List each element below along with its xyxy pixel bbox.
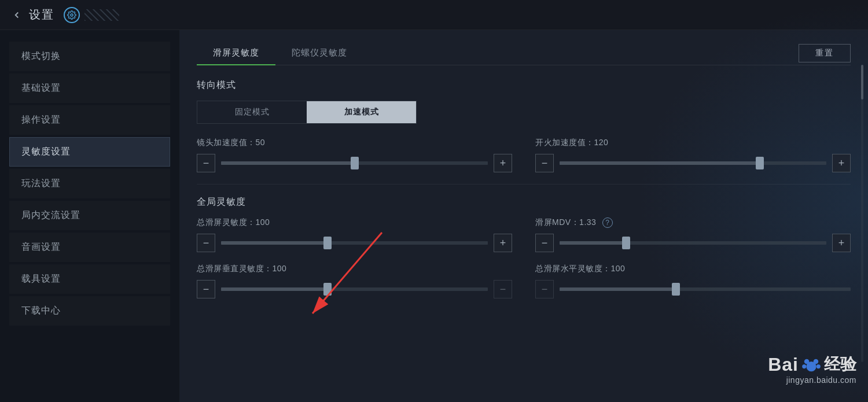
- lens-accel-thumb[interactable]: [351, 157, 359, 169]
- mode-option-accel[interactable]: 加速模式: [307, 101, 416, 123]
- sidebar-item-sensitivity-settings[interactable]: 灵敏度设置: [9, 137, 170, 167]
- section-divider-1: [197, 184, 851, 185]
- turn-mode-title: 转向模式: [197, 79, 851, 91]
- sidebar-item-mode-switch[interactable]: 模式切换: [9, 42, 170, 71]
- sidebar: 模式切换 基础设置 操作设置 灵敏度设置 玩法设置 局内交流设置 音画设置 载具…: [0, 30, 179, 402]
- svg-point-7: [816, 364, 821, 368]
- lens-accel-slider-row: − +: [197, 154, 512, 172]
- tab-gyro-sensitivity[interactable]: 陀螺仪灵敏度: [275, 42, 363, 65]
- watermark-url: jingyan.baidu.com: [786, 375, 856, 385]
- watermark-baidu-text: Bai: [768, 354, 799, 375]
- scrollbar-thumb[interactable]: [861, 65, 863, 99]
- lens-accel-plus[interactable]: +: [494, 154, 512, 172]
- total-slide-plus[interactable]: +: [494, 234, 512, 252]
- total-slide-group: 总滑屏灵敏度：100 − +: [197, 217, 512, 252]
- svg-point-4: [804, 359, 810, 364]
- fire-accel-fill: [560, 161, 760, 165]
- total-slide-horizontal-label: 总滑屏水平灵敏度：100: [535, 264, 851, 274]
- watermark: Bai 经验 jingyan.baidu.com: [768, 353, 856, 385]
- total-slide-horizontal-fill: [560, 287, 676, 291]
- total-slide-minus[interactable]: −: [197, 234, 215, 252]
- fire-accel-label: 开火加速度值：120: [535, 138, 851, 148]
- slide-mdv-slider-row: − +: [535, 234, 851, 252]
- fire-accel-minus[interactable]: −: [535, 154, 554, 172]
- sidebar-item-vehicle-settings[interactable]: 载具设置: [9, 264, 170, 294]
- settings-icon: [64, 7, 80, 23]
- tab-slide-sensitivity[interactable]: 滑屏灵敏度: [197, 42, 275, 65]
- total-slide-vertical-label: 总滑屏垂直灵敏度：100: [197, 264, 512, 274]
- watermark-paw-icon: [801, 354, 822, 375]
- total-slide-horizontal-slider-row: −: [535, 280, 851, 298]
- slide-mdv-label: 滑屏MDV：1.33 ?: [535, 217, 851, 228]
- fire-accel-slider-row: − +: [535, 154, 851, 172]
- total-slide-horizontal-group: 总滑屏水平灵敏度：100 −: [535, 264, 851, 298]
- mode-option-fixed[interactable]: 固定模式: [197, 101, 307, 123]
- total-slide-horizontal-thumb[interactable]: [672, 283, 680, 296]
- total-slide-vertical-thumb[interactable]: [323, 283, 332, 296]
- total-slide-horizontal-track[interactable]: [560, 287, 851, 291]
- total-slide-track[interactable]: [221, 241, 488, 245]
- page-title: 设置: [29, 7, 54, 23]
- slide-mdv-track[interactable]: [560, 241, 826, 245]
- slide-mdv-plus[interactable]: +: [832, 234, 851, 252]
- lens-accel-fill: [221, 161, 355, 165]
- total-slide-vertical-slider-row: − −: [197, 280, 512, 298]
- slide-mdv-minus[interactable]: −: [535, 234, 554, 252]
- tabs-row: 滑屏灵敏度 陀螺仪灵敏度 重置: [197, 42, 851, 65]
- svg-point-5: [814, 359, 819, 364]
- mode-selector: 固定模式 加速模式: [197, 101, 417, 124]
- total-slide-fill: [221, 241, 328, 245]
- lens-accel-label: 镜头加速度值：50: [197, 138, 512, 148]
- watermark-logo: Bai 经验: [768, 353, 856, 375]
- sidebar-item-operation-settings[interactable]: 操作设置: [9, 105, 170, 135]
- back-button[interactable]: [12, 10, 22, 20]
- total-slide-vertical-plus[interactable]: −: [494, 280, 512, 298]
- accel-sliders-grid: 镜头加速度值：50 − + 开火加速度值：120 −: [197, 138, 851, 172]
- total-slide-horizontal-minus[interactable]: −: [535, 280, 554, 298]
- scrollbar-track: [861, 65, 863, 362]
- total-slide-slider-row: − +: [197, 234, 512, 252]
- fire-accel-thumb[interactable]: [756, 157, 764, 169]
- svg-point-6: [802, 364, 806, 368]
- sidebar-item-basic-settings[interactable]: 基础设置: [9, 73, 170, 103]
- total-slide-label: 总滑屏灵敏度：100: [197, 217, 512, 228]
- reset-button[interactable]: 重置: [799, 44, 851, 62]
- slide-mdv-thumb[interactable]: [622, 237, 630, 249]
- layout: 模式切换 基础设置 操作设置 灵敏度设置 玩法设置 局内交流设置 音画设置 载具…: [0, 30, 868, 402]
- main-content: 滑屏灵敏度 陀螺仪灵敏度 重置 转向模式 固定模式 加速模式 镜头加速度值：50: [179, 30, 868, 402]
- sidebar-item-download-center[interactable]: 下载中心: [9, 296, 170, 326]
- total-slide-vertical-track[interactable]: [221, 287, 488, 291]
- slide-mdv-group: 滑屏MDV：1.33 ? − +: [535, 217, 851, 252]
- total-slide-vertical-group: 总滑屏垂直灵敏度：100 − −: [197, 264, 512, 298]
- sidebar-item-av-settings[interactable]: 音画设置: [9, 233, 170, 262]
- header: 设置: [0, 0, 868, 30]
- sidebar-item-ingame-comm[interactable]: 局内交流设置: [9, 201, 170, 230]
- total-slide-thumb[interactable]: [323, 237, 332, 249]
- slide-mdv-fill: [560, 241, 626, 245]
- svg-point-0: [71, 14, 73, 16]
- lens-accel-minus[interactable]: −: [197, 154, 215, 172]
- total-slide-vertical-minus[interactable]: −: [197, 280, 215, 298]
- global-sensitivity-grid: 总滑屏灵敏度：100 − + 滑屏MDV：1.33 ? −: [197, 217, 851, 298]
- mdv-help-icon[interactable]: ?: [602, 217, 613, 228]
- total-slide-vertical-fill: [221, 287, 328, 291]
- header-pattern: [84, 9, 119, 21]
- fire-accel-group: 开火加速度值：120 − +: [535, 138, 851, 172]
- global-sensitivity-title: 全局灵敏度: [197, 196, 851, 208]
- sidebar-item-gameplay-settings[interactable]: 玩法设置: [9, 169, 170, 198]
- watermark-suffix: 经验: [824, 353, 856, 375]
- lens-accel-group: 镜头加速度值：50 − +: [197, 138, 512, 172]
- fire-accel-plus[interactable]: +: [832, 154, 851, 172]
- fire-accel-track[interactable]: [560, 161, 826, 165]
- lens-accel-track[interactable]: [221, 161, 488, 165]
